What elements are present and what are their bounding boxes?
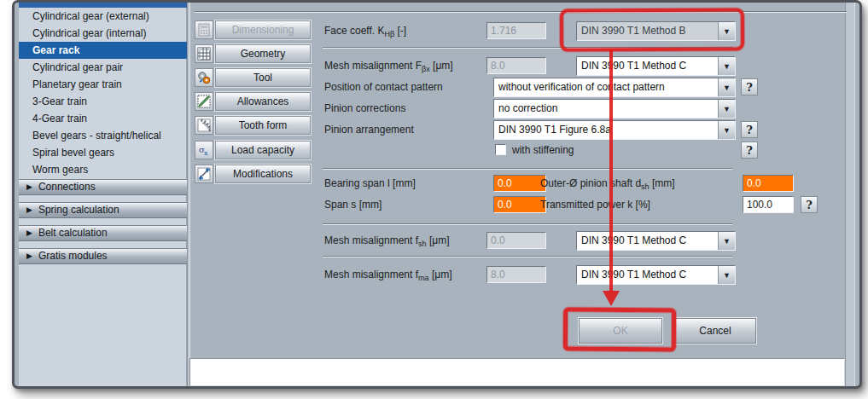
sidebar-splitter[interactable]: [187, 3, 190, 386]
outer-diameter-pinion-shaft-label: Outer-Ø pinion shaft dsh [mm]: [540, 175, 675, 192]
separator: [323, 256, 732, 257]
annotation-highlight-dropdown: [560, 8, 744, 51]
sidebar-item-spiral-bevel-gears[interactable]: Spiral bevel gears: [19, 144, 187, 161]
mesh-misalignment-fbx-label: Mesh misalignment Fβx [μm]: [324, 57, 453, 74]
tooth-form-button-icon-tile[interactable]: [195, 116, 213, 135]
dropdown-value: DIN 3990 T1 Method C: [577, 232, 718, 250]
annotation-highlight-ok: [563, 308, 676, 352]
chevron-right-icon: ▶: [26, 226, 32, 240]
geometry-button[interactable]: Geometry: [215, 44, 311, 63]
chevron-right-icon: ▶: [26, 180, 32, 194]
pinion-corrections-dropdown[interactable]: no correction ▼: [493, 99, 736, 119]
pinion-arrangement-label: Pinion arrangement: [324, 121, 414, 138]
annotation-arrow-head: [603, 291, 620, 306]
grid-table-icon: [197, 47, 211, 61]
transmitted-power-help-button[interactable]: ?: [801, 196, 818, 213]
gear-tooth-icon: [197, 119, 211, 132]
sidebar-section-gratis-modules[interactable]: ▶Gratis modules: [19, 248, 187, 264]
mesh-misalignment-fsh-method-dropdown[interactable]: DIN 3990 T1 Method C ▼: [576, 231, 736, 251]
mesh-misalignment-fma-method-dropdown[interactable]: DIN 3990 T1 Method C ▼: [576, 265, 736, 285]
contact-pattern-dropdown[interactable]: without verification of contact pattern …: [493, 78, 736, 97]
allowances-button-icon-tile[interactable]: [195, 92, 213, 111]
dropdown-value: DIN 3990 T1 Method C: [577, 57, 718, 75]
transmitted-power-label: Transmitted power k [%]: [540, 196, 650, 213]
screenshot-stage: Cylindrical gear (external) Cylindrical …: [0, 0, 868, 399]
mesh-misalignment-fma-input[interactable]: [486, 266, 546, 283]
sidebar-item-planetary-gear-train[interactable]: Planetary gear train: [19, 76, 187, 93]
geometry-button-icon-tile[interactable]: [195, 44, 213, 63]
sidebar-item-cylindrical-gear-external[interactable]: Cylindrical gear (external): [19, 8, 187, 25]
tooth-form-button[interactable]: Tooth form: [215, 116, 311, 135]
mesh-misalignment-fma-label: Mesh misalignment fma [μm]: [324, 266, 451, 283]
pinion-corrections-label: Pinion corrections: [324, 100, 405, 117]
sidebar-section-belt-calculation[interactable]: ▶Belt calculation: [19, 225, 187, 241]
tool-button-icon-tile[interactable]: [195, 68, 213, 87]
span-s-label: Span s [mm]: [324, 196, 382, 213]
dropdown-value: no correction: [494, 100, 718, 118]
chevron-down-icon[interactable]: ▼: [718, 57, 735, 75]
svg-text:x: x: [204, 149, 208, 157]
dimensioning-button[interactable]: Dimensioning: [215, 20, 311, 39]
separator: [323, 223, 732, 225]
with-stiffening-checkbox[interactable]: [495, 144, 506, 155]
sidebar-item-worm-gears[interactable]: Worm gears: [19, 161, 187, 178]
chevron-right-icon: ▶: [26, 203, 32, 217]
modification-arrows-icon: [197, 167, 211, 181]
sidebar-item-3-gear-train[interactable]: 3-Gear train: [19, 93, 187, 110]
chevron-down-icon[interactable]: ▼: [718, 100, 735, 118]
sidebar-section-spring-calculation[interactable]: ▶Spring calculation: [19, 202, 187, 218]
sidebar-item-4-gear-train[interactable]: 4-Gear train: [19, 110, 187, 127]
pinion-arrangement-dropdown[interactable]: DIN 3990 T1 Figure 6.8a ▼: [493, 120, 736, 140]
dropdown-value: without verification of contact pattern: [494, 78, 718, 96]
mesh-misalignment-fbx-method-dropdown[interactable]: DIN 3990 T1 Method C ▼: [576, 56, 736, 76]
sigma-x-icon: σx: [197, 143, 211, 157]
modifications-button[interactable]: Modifications: [215, 165, 311, 183]
load-capacity-button-icon-tile[interactable]: σx: [195, 141, 213, 159]
load-capacity-button[interactable]: Load capacity: [215, 141, 311, 159]
stiffening-help-button[interactable]: ?: [741, 142, 758, 159]
section-label: Gratis modules: [38, 250, 108, 262]
pinion-arrangement-help-button[interactable]: ?: [741, 121, 758, 138]
calculator-icon: [197, 23, 211, 37]
top-separator: [195, 11, 847, 13]
transmitted-power-input[interactable]: [743, 196, 794, 213]
sidebar-item-cylindrical-gear-internal[interactable]: Cylindrical gear (internal): [19, 25, 187, 42]
outer-diameter-pinion-shaft-input[interactable]: [743, 175, 794, 192]
chevron-down-icon[interactable]: ▼: [718, 78, 735, 96]
section-label: Spring calculation: [38, 204, 119, 216]
dropdown-value: DIN 3990 T1 Figure 6.8a: [494, 121, 718, 139]
tool-button[interactable]: Tool: [215, 68, 311, 87]
mesh-misalignment-fbx-input[interactable]: [486, 57, 546, 74]
message-output-box: [189, 358, 845, 386]
chevron-down-icon[interactable]: ▼: [718, 266, 735, 284]
with-stiffening-label: with stiffening: [512, 142, 574, 159]
sidebar-item-bevel-gears[interactable]: Bevel gears - straight/helical: [19, 127, 187, 144]
contact-pattern-help-button[interactable]: ?: [741, 78, 758, 95]
bearing-span-label: Bearing span l [mm]: [324, 175, 416, 192]
section-label: Connections: [38, 181, 96, 193]
dropdown-value: DIN 3990 T1 Method C: [577, 266, 718, 284]
face-coeff-label: Face coeff. KHβ [-]: [324, 22, 406, 39]
mesh-misalignment-fsh-label: Mesh misalignment fsh [μm]: [324, 232, 449, 249]
chevron-down-icon[interactable]: ▼: [718, 121, 735, 139]
sidebar-item-cylindrical-gear-pair[interactable]: Cylindrical gear pair: [19, 59, 187, 76]
mesh-misalignment-fsh-input[interactable]: [486, 232, 546, 249]
sidebar-item-gear-rack[interactable]: Gear rack: [19, 42, 187, 59]
chevron-down-icon[interactable]: ▼: [718, 232, 735, 250]
face-coeff-input[interactable]: [486, 22, 546, 39]
bearing-span-input[interactable]: [493, 175, 546, 192]
annotation-arrow-line: [609, 49, 613, 292]
modifications-button-icon-tile[interactable]: [195, 165, 213, 183]
right-panel-strip: [845, 3, 855, 386]
separator: [323, 168, 732, 170]
gears-icon: [197, 71, 211, 84]
sidebar-section-connections[interactable]: ▶Connections: [19, 179, 187, 195]
chevron-right-icon: ▶: [26, 249, 32, 263]
section-label: Belt calculation: [38, 227, 108, 239]
cancel-button[interactable]: Cancel: [674, 318, 756, 344]
span-s-input[interactable]: [493, 196, 546, 213]
contact-pattern-label: Position of contact pattern: [324, 78, 443, 95]
dimensioning-button-icon-tile[interactable]: [195, 20, 213, 39]
allowances-button[interactable]: Allowances: [215, 92, 311, 111]
tolerance-ruler-icon: [197, 95, 211, 108]
